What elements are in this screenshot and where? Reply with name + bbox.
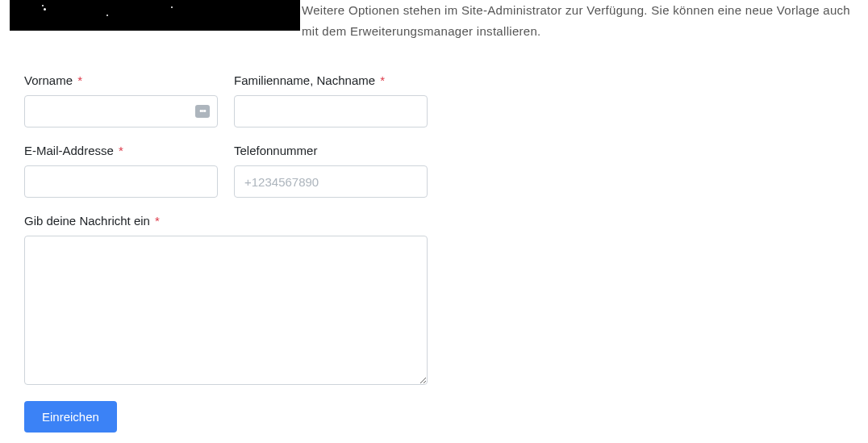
- first-name-group: Vorname * •••: [24, 73, 218, 127]
- hero-description: Weitere Optionen stehen im Site-Administ…: [300, 0, 868, 41]
- phone-label: Telefonnummer: [234, 144, 428, 157]
- phone-input[interactable]: [234, 165, 428, 198]
- last-name-label-text: Familienname, Nachname: [234, 73, 375, 87]
- message-group: Gib deine Nachricht ein *: [24, 214, 428, 385]
- last-name-group: Familienname, Nachname *: [234, 73, 428, 127]
- autofill-icon: •••: [195, 105, 210, 118]
- contact-form: Vorname * ••• Familienname, Nachname * E…: [0, 73, 452, 433]
- message-textarea[interactable]: [24, 236, 428, 385]
- email-label-text: E-Mail-Addresse: [24, 144, 114, 157]
- last-name-label: Familienname, Nachname *: [234, 73, 428, 87]
- phone-label-text: Telefonnummer: [234, 144, 317, 157]
- submit-button[interactable]: Einreichen: [24, 401, 117, 433]
- first-name-label: Vorname *: [24, 73, 218, 87]
- required-indicator: *: [155, 214, 160, 228]
- email-input[interactable]: [24, 165, 218, 198]
- hero-image: [10, 0, 300, 31]
- required-indicator: *: [77, 73, 82, 87]
- message-label: Gib deine Nachricht ein *: [24, 214, 428, 228]
- required-indicator: *: [119, 144, 123, 157]
- email-label: E-Mail-Addresse *: [24, 144, 218, 157]
- first-name-label-text: Vorname: [24, 73, 73, 87]
- phone-group: Telefonnummer: [234, 144, 428, 198]
- message-label-text: Gib deine Nachricht ein: [24, 214, 150, 228]
- required-indicator: *: [380, 73, 385, 87]
- hero-area: Weitere Optionen stehen im Site-Administ…: [0, 0, 868, 41]
- last-name-input[interactable]: [234, 95, 428, 127]
- email-group: E-Mail-Addresse *: [24, 144, 218, 198]
- first-name-input[interactable]: [24, 95, 218, 127]
